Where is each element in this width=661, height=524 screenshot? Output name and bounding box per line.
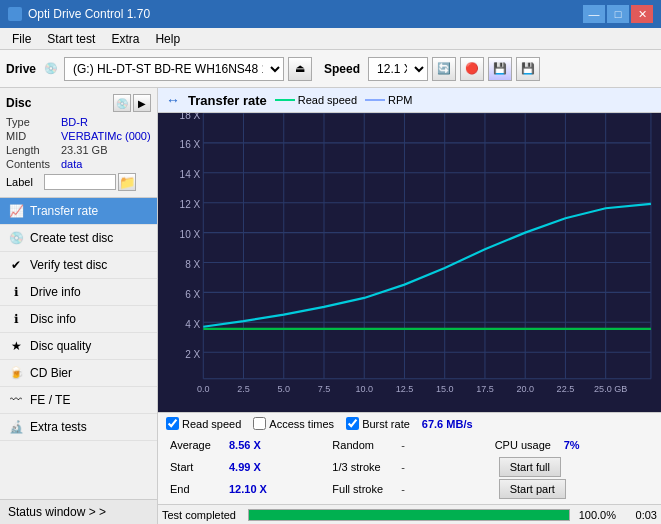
random-label: Random [332,439,397,451]
progress-time: 0:03 [622,509,657,521]
cb-access-times-input[interactable] [253,417,266,430]
svg-text:22.5: 22.5 [557,383,575,395]
titlebar-controls: — □ ✕ [583,5,653,23]
chart-title: Transfer rate [188,93,267,108]
svg-text:2 X: 2 X [185,347,200,360]
svg-text:18 X: 18 X [180,113,201,121]
menu-help[interactable]: Help [147,30,188,48]
stats-col-2: Random - 1/3 stroke - Full stroke - [328,434,490,500]
svg-text:16 X: 16 X [180,138,201,151]
legend-read-speed-label: Read speed [298,94,357,106]
svg-text:4 X: 4 X [185,317,200,330]
menu-extra[interactable]: Extra [103,30,147,48]
label-input[interactable] [44,174,116,190]
settings-button1[interactable]: 🔴 [460,57,484,81]
disc-icon-btn2[interactable]: ▶ [133,94,151,112]
start-full-button[interactable]: Start full [499,457,561,477]
menu-file[interactable]: File [4,30,39,48]
start-part-button[interactable]: Start part [499,479,566,499]
svg-text:20.0: 20.0 [516,383,534,395]
fullstroke-value: - [401,483,421,495]
svg-text:7.5: 7.5 [318,383,331,395]
svg-text:8 X: 8 X [185,258,200,271]
average-label: Average [170,439,225,451]
end-row: End 12.10 X [166,478,328,500]
btn-full-row: Start full [491,456,653,478]
svg-text:6 X: 6 X [185,287,200,300]
nav-cd-bier[interactable]: 🍺 CD Bier [0,360,157,387]
type-value: BD-R [61,116,88,128]
nav-items: 📈 Transfer rate 💿 Create test disc ✔ Ver… [0,198,157,499]
legend-read-speed: Read speed [275,94,357,106]
save-button[interactable]: 💾 [516,57,540,81]
stroke13-label: 1/3 stroke [332,461,397,473]
cpu-row: CPU usage 7% [491,434,653,456]
nav-label-verify-test-disc: Verify test disc [30,258,107,272]
stroke13-value: - [401,461,421,473]
disc-panel: Disc 💿 ▶ Type BD-R MID VERBATIMc (000) L… [0,88,157,198]
random-value: - [401,439,421,451]
drive-selector[interactable]: (G:) HL-DT-ST BD-RE WH16NS48 1.D3 [64,57,284,81]
drive-icon: 💿 [44,62,58,75]
cb-read-speed: Read speed [166,417,241,430]
main-area: Disc 💿 ▶ Type BD-R MID VERBATIMc (000) L… [0,88,661,524]
speed-selector[interactable]: 12.1 X [368,57,428,81]
nav-transfer-rate[interactable]: 📈 Transfer rate [0,198,157,225]
refresh-button[interactable]: 🔄 [432,57,456,81]
legend-rpm: RPM [365,94,412,106]
fullstroke-label: Full stroke [332,483,397,495]
titlebar-left: Opti Drive Control 1.70 [8,7,150,21]
verify-test-disc-icon: ✔ [8,257,24,273]
nav-label-cd-bier: CD Bier [30,366,72,380]
close-button[interactable]: ✕ [631,5,653,23]
create-test-disc-icon: 💿 [8,230,24,246]
start-label: Start [170,461,225,473]
nav-fe-te[interactable]: 〰 FE / TE [0,387,157,414]
label-browse-button[interactable]: 📁 [118,173,136,191]
nav-create-test-disc[interactable]: 💿 Create test disc [0,225,157,252]
progress-fill [249,510,569,520]
legend-rpm-color [365,99,385,101]
svg-text:0.0: 0.0 [197,383,210,395]
nav-label-create-test-disc: Create test disc [30,231,113,245]
stroke13-row: 1/3 stroke - [328,456,490,478]
average-row: Average 8.56 X [166,434,328,456]
settings-button2[interactable]: 💾 [488,57,512,81]
titlebar: Opti Drive Control 1.70 — □ ✕ [0,0,661,28]
disc-icon-btn1[interactable]: 💿 [113,94,131,112]
app-icon [8,7,22,21]
label-text: Label [6,176,44,188]
content-area: ↔ Transfer rate Read speed RPM [158,88,661,524]
drive-label: Drive [6,62,36,76]
end-label: End [170,483,225,495]
menu-start-test[interactable]: Start test [39,30,103,48]
svg-text:12 X: 12 X [180,198,201,211]
disc-quality-icon: ★ [8,338,24,354]
nav-drive-info[interactable]: ℹ Drive info [0,279,157,306]
stats-col-1: Average 8.56 X Start 4.99 X End 12.10 X [166,434,328,500]
progress-area: Test completed 100.0% 0:03 [158,504,661,524]
menubar: File Start test Extra Help [0,28,661,50]
eject-button[interactable]: ⏏ [288,57,312,81]
nav-disc-info[interactable]: ℹ Disc info [0,306,157,333]
transfer-rate-chart: 18 X 16 X 14 X 12 X 10 X 8 X 6 X 4 X 2 X… [158,113,661,412]
length-value: 23.31 GB [61,144,107,156]
svg-text:14 X: 14 X [180,168,201,181]
nav-verify-test-disc[interactable]: ✔ Verify test disc [0,252,157,279]
start-row: Start 4.99 X [166,456,328,478]
btn-part-row: Start part [491,478,653,500]
cb-read-speed-input[interactable] [166,417,179,430]
cb-access-times: Access times [253,417,334,430]
sidebar: Disc 💿 ▶ Type BD-R MID VERBATIMc (000) L… [0,88,158,524]
burst-rate-value: 67.6 MB/s [422,418,473,430]
maximize-button[interactable]: □ [607,5,629,23]
speed-label: Speed [324,62,360,76]
contents-label: Contents [6,158,61,170]
minimize-button[interactable]: — [583,5,605,23]
nav-extra-tests[interactable]: 🔬 Extra tests [0,414,157,441]
chart-header: ↔ Transfer rate Read speed RPM [158,88,661,113]
nav-disc-quality[interactable]: ★ Disc quality [0,333,157,360]
nav-label-extra-tests: Extra tests [30,420,87,434]
cb-burst-rate-input[interactable] [346,417,359,430]
status-window-button[interactable]: Status window > > [0,499,157,524]
